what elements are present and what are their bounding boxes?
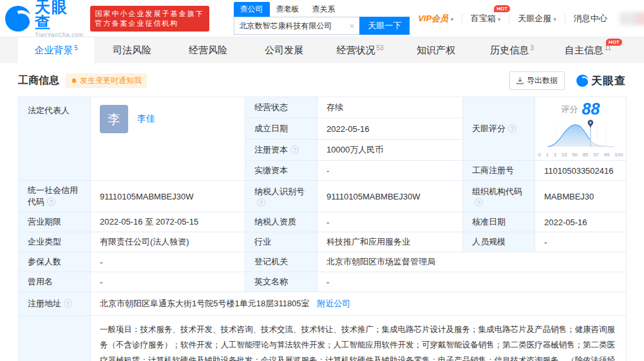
tianyancha-watermark: 天眼查 bbox=[576, 73, 626, 88]
search-clear-icon[interactable]: × bbox=[345, 21, 360, 31]
tianyancha-logo[interactable]: 天眼查 TianYanCha.com bbox=[5, 0, 84, 38]
user-account-blurred[interactable] bbox=[620, 12, 644, 25]
legal-rep-avatar[interactable]: 李 bbox=[100, 105, 128, 133]
field-label: 注册资本? bbox=[245, 140, 317, 161]
help-icon[interactable]: ? bbox=[290, 145, 299, 154]
field-value: 存续 bbox=[317, 97, 463, 118]
field-label: 人员规模 bbox=[463, 232, 535, 252]
field-label: 参保人数 bbox=[19, 252, 91, 272]
tab-label: 经营风险 bbox=[189, 44, 227, 57]
tab-history-info[interactable]: 历史信息3 bbox=[474, 37, 550, 63]
tab-count: 53 bbox=[376, 44, 383, 51]
field-value: - bbox=[535, 232, 627, 252]
tab-label: 自主信息 bbox=[565, 44, 603, 57]
tab-label: 知识产权 bbox=[417, 44, 455, 57]
tab-label: 司法风险 bbox=[113, 44, 151, 57]
registered-address-cell: 北京市朝阳区阜通东大街1号院5号楼1单元18层311805室 附近公司 bbox=[91, 292, 627, 316]
gov-badge-line2: 官方备案企业征信机构 bbox=[95, 19, 204, 28]
field-label: 纳税人识别号? bbox=[245, 181, 317, 212]
tab-company-development[interactable]: 公司发展 bbox=[246, 37, 322, 63]
chevron-down-icon: ▾ bbox=[498, 16, 501, 23]
search-tab-company[interactable]: 查公司 bbox=[234, 2, 270, 17]
field-label: 法定代表人 bbox=[19, 97, 91, 181]
help-icon[interactable]: ? bbox=[64, 299, 72, 308]
field-label: 英文名称 bbox=[245, 272, 317, 292]
notify-label: 发生变更时通知我 bbox=[80, 75, 142, 86]
field-value: - bbox=[317, 212, 463, 232]
field-value: - bbox=[91, 272, 245, 292]
business-info-table: 法定代表人 李 李佳 经营状态 存续 天眼评分? 评分 88 bbox=[18, 97, 627, 361]
vip-menu[interactable]: VIP会员▾ bbox=[410, 13, 462, 24]
help-icon[interactable]: ? bbox=[47, 198, 55, 206]
vip-label: VIP会员 bbox=[418, 14, 448, 23]
field-value: - bbox=[317, 161, 463, 181]
field-label: 曾用名 bbox=[19, 272, 91, 292]
field-value: 科技推广和应用服务业 bbox=[317, 232, 463, 252]
field-label: 成立日期 bbox=[245, 118, 317, 140]
search-tab-relation[interactable]: 查关系 bbox=[306, 2, 342, 17]
help-icon[interactable]: ? bbox=[257, 198, 265, 207]
field-value: MABMBEJ30 bbox=[535, 181, 627, 212]
field-value: - bbox=[91, 252, 245, 272]
legal-rep-link[interactable]: 李佳 bbox=[137, 113, 155, 125]
help-icon[interactable]: ? bbox=[508, 124, 516, 133]
nearby-companies-link[interactable]: 附近公司 bbox=[317, 299, 350, 308]
legal-rep-cell: 李 李佳 bbox=[91, 97, 245, 181]
tyc-score-cell[interactable]: 评分 88 bbox=[535, 97, 627, 161]
gov-certification-badge: 国家中小企业发展子基金旗下 官方备案企业征信机构 bbox=[90, 6, 209, 32]
section-title: 工商信息 bbox=[18, 74, 59, 88]
tianyancha-logo-icon bbox=[5, 6, 31, 32]
company-section-tabbar: 企业背景5 司法风险 经营风险 公司发展 经营状况53 知识产权 历史信息3 H… bbox=[0, 37, 644, 63]
enterprise-service-label: 天眼企服 bbox=[518, 14, 551, 23]
hot-badge: HOT bbox=[494, 5, 510, 12]
export-data-button[interactable]: 导出数据 bbox=[509, 71, 565, 90]
field-value: 2022-05-16 bbox=[317, 118, 463, 140]
field-value: 2022-05-16 至 2072-05-15 bbox=[91, 212, 245, 232]
field-label: 纳税人资质 bbox=[245, 212, 317, 232]
tab-intellectual-property[interactable]: 知识产权 bbox=[398, 37, 474, 63]
message-center-label: 消息中心 bbox=[574, 14, 607, 23]
field-label: 工商注册号 bbox=[463, 161, 535, 181]
tab-company-background[interactable]: 企业背景5 bbox=[18, 37, 94, 63]
score-distribution-chart: 0131550859799100 bbox=[538, 118, 623, 158]
field-value: 110105033502416 bbox=[535, 161, 627, 181]
notify-on-change-button[interactable]: 发生变更时通知我 bbox=[66, 73, 147, 88]
toolbox-menu[interactable]: HOT百宝箱▾ bbox=[462, 13, 509, 24]
score-label: 评分 bbox=[562, 104, 578, 115]
chevron-down-icon: ▾ bbox=[450, 16, 453, 23]
field-label: 组织机构代码? bbox=[463, 181, 535, 212]
tab-operation-status[interactable]: 经营状况53 bbox=[322, 37, 398, 63]
score-value: 88 bbox=[582, 100, 600, 118]
tab-judicial-risk[interactable]: 司法风险 bbox=[94, 37, 170, 63]
search-button[interactable]: 天眼一下 bbox=[359, 17, 410, 35]
top-header: 天眼查 TianYanCha.com 国家中小企业发展子基金旗下 官方备案企业征… bbox=[0, 0, 644, 37]
field-label: 实缴资本 bbox=[245, 161, 317, 181]
field-label: 统一社会信用代码? bbox=[19, 181, 91, 212]
field-value: 有限责任公司(法人独资) bbox=[91, 232, 245, 252]
watermark-text: 天眼查 bbox=[591, 73, 626, 88]
search-tab-boss[interactable]: 查老板 bbox=[270, 2, 306, 17]
field-label: 注册地址? bbox=[19, 292, 91, 316]
field-label: 营业期限 bbox=[19, 212, 91, 232]
tab-operation-risk[interactable]: 经营风险 bbox=[170, 37, 246, 63]
message-center[interactable]: 消息中心 bbox=[565, 13, 616, 24]
tab-count: 11 bbox=[605, 44, 611, 51]
chevron-down-icon: ▾ bbox=[553, 16, 556, 23]
tab-self-published-info[interactable]: HOT自主信息11 bbox=[550, 37, 626, 63]
tab-label: 经营状况 bbox=[336, 44, 375, 57]
field-label: 核准日期 bbox=[463, 212, 535, 232]
tab-label: 历史信息 bbox=[490, 44, 529, 57]
field-label: 经营状态 bbox=[245, 97, 317, 118]
field-value: - bbox=[317, 272, 627, 292]
search-input[interactable] bbox=[234, 21, 345, 30]
score-axis-labels: 0131550859799100 bbox=[538, 152, 623, 158]
help-icon[interactable]: ? bbox=[475, 198, 483, 207]
field-label: 经营范围? bbox=[19, 316, 91, 361]
download-icon bbox=[516, 77, 524, 84]
gov-badge-line1: 国家中小企业发展子基金旗下 bbox=[95, 9, 204, 19]
field-value: 2022-05-16 bbox=[535, 212, 627, 232]
field-label: 天眼评分? bbox=[463, 97, 535, 161]
bell-icon bbox=[71, 78, 77, 84]
logo-brand-text: 天眼查 bbox=[35, 0, 84, 30]
enterprise-service-menu[interactable]: 天眼企服▾ bbox=[509, 13, 565, 24]
